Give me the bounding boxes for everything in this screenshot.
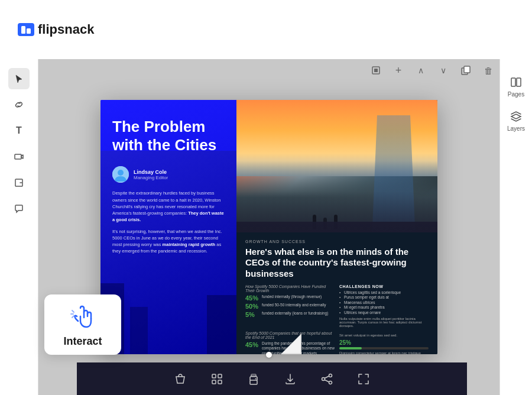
left-sidebar: T [0,59,38,395]
body-text-2: It's not surprising, however, that when … [112,228,225,255]
fullscreen-btn[interactable] [354,370,373,388]
svg-rect-1 [27,28,31,34]
stat-pct-45: 45% [245,294,259,302]
challenges-column: CHALLENGES NOW Ultrices sagittis sed a s… [339,284,429,328]
text-tool[interactable]: T [8,120,30,141]
author-role: Managing Editor [134,175,168,180]
city-photo [236,100,437,252]
progress-column: Sit amet volutpat in egestas sed sed. 25… [339,331,429,354]
header: flipsnack [0,0,532,59]
page-left-title: The Problem with the Cities [112,118,225,154]
svg-rect-8 [511,78,515,86]
delete-toolbar-btn[interactable]: 🗑 [480,62,497,79]
section-label: GROWTH AND SUCCESS [245,239,429,244]
shape-tool[interactable] [8,172,30,193]
select-tool[interactable] [8,68,30,89]
article-headline: Here's what else is on the minds of the … [245,247,429,280]
layers-label: Layers [507,125,525,132]
download-btn[interactable] [281,370,300,388]
author-name: Lindsay Cole [134,169,168,175]
progress-25: 25% [339,339,429,346]
share-btn[interactable] [317,370,336,388]
svg-rect-5 [464,66,470,73]
svg-point-21 [329,381,332,384]
duplicate-toolbar-btn[interactable] [458,62,474,79]
print-btn[interactable] [244,370,263,388]
stat-desc-5: funded externally (loans or fundraising) [262,311,328,316]
svg-point-11 [118,170,124,176]
svg-rect-13 [218,374,222,378]
svg-rect-9 [517,78,521,86]
progress-track-25 [339,347,429,349]
page-dot [266,352,272,358]
add-toolbar-btn[interactable]: + [390,62,407,79]
interact-tooltip: Interact [44,294,121,355]
top-toolbar: + ∧ ∨ 🗑 [368,62,497,79]
challenges-title: CHALLENGES NOW [339,284,429,289]
layers-icon [510,110,523,123]
page-curl [278,331,301,354]
stat-desc-50: funded 50-50 internally and externally [262,303,326,307]
right-sidebar: Pages Layers [499,59,532,395]
link-tool[interactable] [8,94,30,115]
author-info: Lindsay Cole Managing Editor [134,169,168,180]
pages-label: Pages [508,91,524,98]
svg-rect-16 [250,380,257,384]
challenge-1: Ultrices sagittis sed a scelerisque [339,290,429,294]
body-text-1: Despite the extraordinary hurdles faced … [112,190,225,223]
chart-title-1: How Spotify 5000 Companies Have Funded T… [245,284,335,293]
stat-pct-5: 5% [245,311,259,318]
challenge-3: Maecenas ultrices [339,300,429,305]
stat-item-45: 45% funded internally (through revenue) [245,294,335,302]
right-page-content: GROWTH AND SUCCESS Here's what else is o… [236,232,437,354]
svg-rect-6 [15,154,21,159]
down-toolbar-btn[interactable]: ∨ [435,62,452,79]
video-tool[interactable] [8,146,30,167]
svg-rect-3 [374,69,378,72]
stat-desc-45: funded internally (through revenue) [262,294,322,299]
progress-fill-25 [339,347,362,349]
page-right: GROWTH AND SUCCESS Here's what else is o… [236,100,437,354]
logo-text: flipsnack [38,22,94,37]
pages-panel-btn[interactable]: Pages [502,71,530,102]
interact-label: Interact [63,335,102,348]
layers-toolbar-btn[interactable] [368,62,384,79]
challenge-5: Ultrices neque ornare [339,310,429,315]
layers-panel-btn[interactable]: Layers [502,105,530,137]
stats-column-1: How Spotify 5000 Companies Have Funded T… [245,284,335,328]
bottom-bar [77,362,467,395]
progress-desc-25: Dignissim consectetur semper at lorem ne… [339,351,429,354]
stat-item-50: 50% funded 50-50 internally and external… [245,303,335,310]
challenge-2: Purus semper eget duis at [339,295,429,299]
interact-icon [69,303,97,332]
magazine-spread: The Problem with the Cities Lindsay Cole… [100,100,437,354]
author-avatar [112,166,129,183]
up-toolbar-btn[interactable]: ∧ [413,62,429,79]
svg-point-19 [329,374,332,377]
logo: flipsnack [18,22,94,37]
pages-icon [510,76,523,89]
stat-pct-45b: 45% [245,341,259,348]
bag-btn[interactable] [171,370,190,388]
stats-row-2: Spotify 5000 Companies that are hopeful … [245,331,429,354]
challenge-4: Mi eget mauris pharetra [339,305,429,309]
svg-point-18 [255,378,257,379]
comment-tool[interactable] [8,198,30,219]
svg-rect-15 [218,380,222,384]
svg-rect-12 [212,374,216,378]
author-row: Lindsay Cole Managing Editor [112,166,225,183]
stat-item-5: 5% funded externally (loans or fundraisi… [245,311,335,318]
svg-rect-0 [21,26,25,34]
page-indicator [266,352,272,358]
logo-icon [18,23,34,36]
progress-snippet: Sit amet volutpat in egestas sed sed. [339,334,429,337]
body-snippet-1: Nulla vulputate enim nulla aliquet portt… [339,317,429,328]
stat-pct-50: 50% [245,303,259,310]
svg-rect-14 [212,380,216,384]
grid-btn[interactable] [207,370,226,388]
progress-bar-25 [339,347,429,349]
svg-point-20 [322,377,325,380]
